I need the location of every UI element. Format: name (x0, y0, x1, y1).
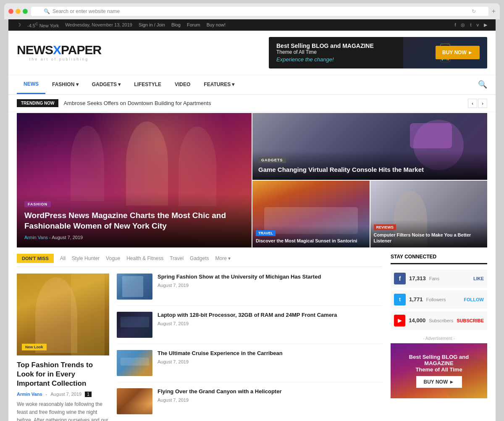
tab-all[interactable]: All (60, 255, 66, 261)
article-date: August 7, 2019 (158, 321, 337, 326)
dont-miss-grid: New Look Top Fashion Trends to Look for … (17, 274, 382, 421)
tab-more[interactable]: More ▾ (215, 255, 231, 261)
hero-reviews[interactable]: REVIEWS Computer Filters Noise to Make Y… (370, 181, 488, 247)
logo-tagline: the art of publishing (17, 57, 101, 61)
vimeo-icon[interactable]: v (477, 22, 479, 27)
logo-x: X (53, 43, 61, 57)
hero-main[interactable]: FASHION WordPress News Magazine Charts t… (17, 113, 252, 247)
tab-travel[interactable]: Travel (170, 255, 184, 261)
search-icon[interactable]: 🔍 (478, 80, 487, 89)
tab-gadgets[interactable]: Gadgets (190, 255, 209, 261)
trending-nav: ‹ › (468, 99, 487, 108)
yt-count: 14,000 (409, 317, 425, 324)
sidebar-ad: - Advertisement - Best Selling BLOG and … (391, 336, 487, 398)
hero-vr-title: Game Changing Virtual Reality Console Hi… (258, 166, 481, 174)
article-list: Spring Fashion Show at the University of… (117, 274, 382, 421)
hero-main-category: FASHION (24, 201, 51, 207)
hero-santorini[interactable]: TRAVEL Discover the Most Magical Sunset … (252, 181, 370, 247)
instagram-icon[interactable]: ◎ (461, 22, 465, 28)
hero-main-title: WordPress News Magazine Charts the Most … (24, 210, 244, 231)
twitter-icon[interactable]: t (470, 22, 471, 27)
tab-health[interactable]: Health & Fitness (126, 255, 163, 261)
trending-text[interactable]: Ambrose Seeks Offers on Downtown Buildin… (63, 100, 463, 106)
moon-icon: ☽ (17, 22, 21, 28)
featured-article-title[interactable]: Top Fashion Trends to Look for in Every … (17, 360, 109, 388)
featured-date: August 7, 2019 (50, 392, 81, 397)
sidebar-ad-title1: Best Selling BLOG and MAGAZINE (398, 354, 480, 366)
facebook-icon[interactable]: f (454, 22, 456, 27)
tw-label: Followers (426, 297, 461, 302)
logo-paper: PAPER (61, 43, 101, 57)
featured-article-image[interactable]: New Look (17, 274, 109, 355)
trending-prev[interactable]: ‹ (468, 99, 477, 108)
logo[interactable]: NEWSXPAPER the art of publishing (17, 44, 101, 61)
ad-buy-button[interactable]: BUY NOW ► (436, 46, 480, 59)
fb-label: Fans (429, 276, 470, 281)
hero-vr-category: GADGETS (258, 157, 286, 163)
maximize-dot[interactable] (23, 9, 28, 14)
fb-action[interactable]: LIKE (473, 276, 484, 281)
hero-santorini-title: Discover the Most Magical Sunset in Sant… (256, 238, 366, 244)
buynow-link[interactable]: Buy now! (207, 22, 226, 27)
yt-action[interactable]: SUBSCRIBE (457, 318, 484, 323)
forum-link[interactable]: Forum (187, 22, 200, 27)
dont-miss-section: DON'T MISS All Style Hunter Vogue Health… (17, 254, 382, 421)
tw-action[interactable]: FOLLOW (464, 297, 484, 302)
twitter-social-icon: t (394, 294, 406, 305)
list-item[interactable]: Flying Over the Grand Canyon with a Heli… (117, 388, 382, 414)
nav-lifestyle[interactable]: LIFESTYLE (127, 76, 168, 93)
list-item[interactable]: Spring Fashion Show at the University of… (117, 274, 382, 306)
list-item[interactable]: The Ultimate Cruise Experience in the Ca… (117, 350, 382, 382)
nav-features[interactable]: FEATURES ▾ (197, 76, 241, 93)
header: NEWSXPAPER the art of publishing 📱 Best … (8, 31, 496, 75)
expand-icon: + (492, 8, 496, 15)
nav-fashion[interactable]: FASHION ▾ (45, 76, 85, 93)
hero-vr[interactable]: GADGETS Game Changing Virtual Reality Co… (252, 113, 487, 180)
stay-connected: STAY CONNECTED f 17,313 Fans LIKE t 1,77… (391, 254, 487, 330)
address-text: Search or enter website name (52, 8, 120, 14)
article-badge: New Look (22, 344, 47, 350)
date-text: Wednesday, November 13, 2019 (65, 22, 132, 27)
signin-link[interactable]: Sign in / Join (139, 22, 165, 27)
sidebar-buy-button[interactable]: BUY NOW ► (416, 376, 462, 388)
social-youtube-row: ▶ 14,000 Subscribers SUBSCRIBE (391, 311, 487, 330)
youtube-social-icon: ▶ (394, 315, 405, 326)
nav-video[interactable]: VIDEO (168, 76, 197, 93)
logo-news: NEWS (17, 43, 53, 57)
dont-miss-header: DON'T MISS All Style Hunter Vogue Health… (17, 254, 382, 267)
featured-article-meta: Armin Vans - August 7, 2019 1 (17, 392, 109, 397)
tab-style-hunter[interactable]: Style Hunter (72, 255, 100, 261)
featured-author[interactable]: Armin Vans (17, 392, 42, 397)
main-content: DON'T MISS All Style Hunter Vogue Health… (8, 254, 496, 421)
article-title: The Ultimate Cruise Experience in the Ca… (158, 350, 283, 357)
social-twitter-row: t 1,771 Followers FOLLOW (391, 290, 487, 309)
hero-right: GADGETS Game Changing Virtual Reality Co… (252, 113, 487, 247)
tab-vogue[interactable]: Vogue (106, 255, 120, 261)
header-ad[interactable]: 📱 Best Selling BLOG and MAGAZINE Theme o… (269, 37, 487, 68)
trending-bar: TRENDING NOW Ambrose Seeks Offers on Dow… (8, 95, 496, 112)
ad-title: Best Selling BLOG and MAGAZINE (276, 42, 374, 49)
navigation: NEWS FASHION ▾ GADGETS ▾ LIFESTYLE VIDEO… (8, 75, 496, 95)
yt-label: Subscribers (429, 318, 453, 323)
close-dot[interactable] (8, 9, 13, 14)
featured-comment-count: 1 (85, 392, 92, 397)
minimize-dot[interactable] (16, 9, 21, 14)
social-facebook-row: f 17,313 Fans LIKE (391, 269, 487, 288)
article-date: August 7, 2019 (158, 283, 321, 288)
hero-grid: FASHION WordPress News Magazine Charts t… (17, 113, 487, 247)
nav-gadgets[interactable]: GADGETS ▾ (85, 76, 128, 93)
trending-next[interactable]: › (478, 99, 487, 108)
sidebar: STAY CONNECTED f 17,313 Fans LIKE t 1,77… (391, 254, 487, 421)
list-item[interactable]: Laptop with 128-bit Processor, 32GB of R… (117, 312, 382, 344)
nav-news[interactable]: NEWS (17, 75, 45, 94)
trending-label: TRENDING NOW (17, 99, 58, 107)
tw-count: 1,771 (409, 296, 423, 303)
sidebar-ad-title2: Theme of All Time (398, 366, 480, 373)
sidebar-ad-content[interactable]: Best Selling BLOG and MAGAZINE Theme of … (391, 343, 487, 398)
dont-miss-label: DON'T MISS (17, 254, 54, 263)
address-bar[interactable]: 🔍 Search or enter website name ↻ (31, 7, 488, 16)
hero-santorini-category: TRAVEL (256, 230, 276, 236)
article-date: August 7, 2019 (158, 359, 283, 364)
youtube-icon[interactable]: ▶ (484, 22, 487, 28)
blog-link[interactable]: Blog (171, 22, 181, 27)
